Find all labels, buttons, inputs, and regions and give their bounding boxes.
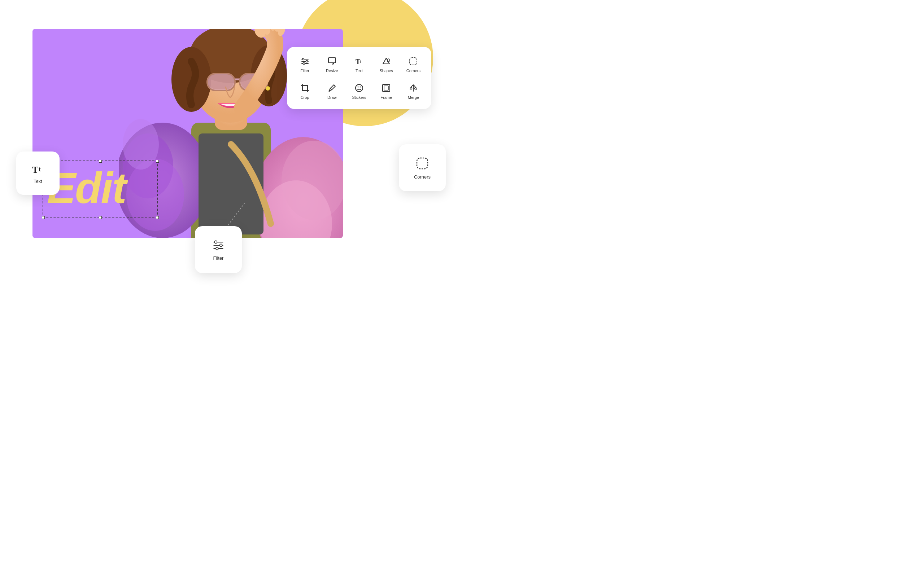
resize-icon bbox=[327, 56, 337, 67]
floating-text-card[interactable]: T t Text bbox=[16, 151, 60, 195]
svg-point-52 bbox=[215, 241, 217, 243]
svg-point-32 bbox=[303, 63, 305, 65]
svg-rect-33 bbox=[328, 58, 336, 63]
floating-corners-icon bbox=[415, 156, 429, 171]
toolbar-panel: Filter Resize T t Text bbox=[287, 47, 431, 109]
toolbar-item-shapes[interactable]: Shapes bbox=[374, 52, 399, 76]
floating-corners-label: Corners bbox=[414, 174, 431, 179]
toolbar-filter-label: Filter bbox=[300, 68, 309, 73]
toolbar-item-frame[interactable]: Frame bbox=[374, 79, 399, 103]
floating-corners-card[interactable]: Corners bbox=[399, 144, 446, 191]
svg-point-53 bbox=[220, 244, 222, 246]
shapes-icon bbox=[381, 56, 391, 67]
toolbar-draw-label: Draw bbox=[328, 95, 337, 100]
svg-point-46 bbox=[415, 87, 417, 89]
toolbar-shapes-label: Shapes bbox=[380, 68, 393, 73]
toolbar-corners-label: Corners bbox=[406, 68, 420, 73]
svg-point-45 bbox=[410, 87, 412, 89]
stickers-icon bbox=[354, 83, 364, 93]
toolbar-crop-label: Crop bbox=[301, 95, 309, 100]
toolbar-item-merge[interactable]: Merge bbox=[401, 79, 426, 103]
frame-icon bbox=[381, 83, 391, 93]
svg-rect-44 bbox=[384, 86, 388, 90]
svg-point-41 bbox=[357, 87, 358, 87]
svg-rect-37 bbox=[302, 86, 307, 91]
svg-point-54 bbox=[216, 247, 218, 249]
toolbar-item-corners[interactable]: Corners bbox=[401, 52, 426, 76]
toolbar-item-draw[interactable]: Draw bbox=[320, 79, 344, 103]
draw-icon bbox=[327, 83, 337, 93]
svg-rect-17 bbox=[208, 75, 234, 89]
floating-text-label: Text bbox=[33, 179, 42, 184]
svg-point-42 bbox=[359, 87, 361, 87]
svg-line-38 bbox=[330, 88, 332, 90]
svg-point-21 bbox=[266, 86, 270, 91]
toolbar-text-label: Text bbox=[356, 68, 363, 73]
svg-rect-43 bbox=[383, 84, 390, 92]
floating-text-icon: T t bbox=[32, 163, 45, 176]
svg-point-3 bbox=[126, 159, 184, 231]
svg-rect-55 bbox=[417, 158, 428, 169]
svg-point-30 bbox=[302, 59, 304, 60]
toolbar-stickers-label: Stickers bbox=[352, 95, 366, 100]
toolbar-item-stickers[interactable]: Stickers bbox=[347, 79, 371, 103]
svg-rect-36 bbox=[410, 58, 417, 65]
toolbar-frame-label: Frame bbox=[380, 95, 392, 100]
svg-point-4 bbox=[123, 119, 159, 170]
svg-point-40 bbox=[356, 84, 363, 92]
toolbar-item-crop[interactable]: Crop bbox=[293, 79, 317, 103]
merge-icon bbox=[408, 83, 418, 93]
svg-point-31 bbox=[306, 60, 307, 62]
main-scene: Edit bbox=[0, 0, 462, 288]
text-icon: T t bbox=[354, 56, 364, 67]
svg-text:t: t bbox=[39, 165, 41, 173]
toolbar-resize-label: Resize bbox=[326, 68, 338, 73]
toolbar-item-filter[interactable]: Filter bbox=[293, 52, 317, 76]
toolbar-item-text[interactable]: T t Text bbox=[347, 52, 371, 76]
floating-filter-icon bbox=[212, 239, 225, 252]
svg-text:t: t bbox=[359, 59, 361, 64]
floating-filter-label: Filter bbox=[213, 256, 224, 261]
toolbar-item-resize[interactable]: Resize bbox=[320, 52, 344, 76]
corners-icon bbox=[408, 56, 418, 67]
toolbar-merge-label: Merge bbox=[408, 95, 419, 100]
floating-filter-card[interactable]: Filter bbox=[195, 226, 242, 273]
filter-icon bbox=[300, 56, 310, 67]
crop-icon bbox=[300, 83, 310, 93]
svg-text:T: T bbox=[32, 165, 38, 175]
